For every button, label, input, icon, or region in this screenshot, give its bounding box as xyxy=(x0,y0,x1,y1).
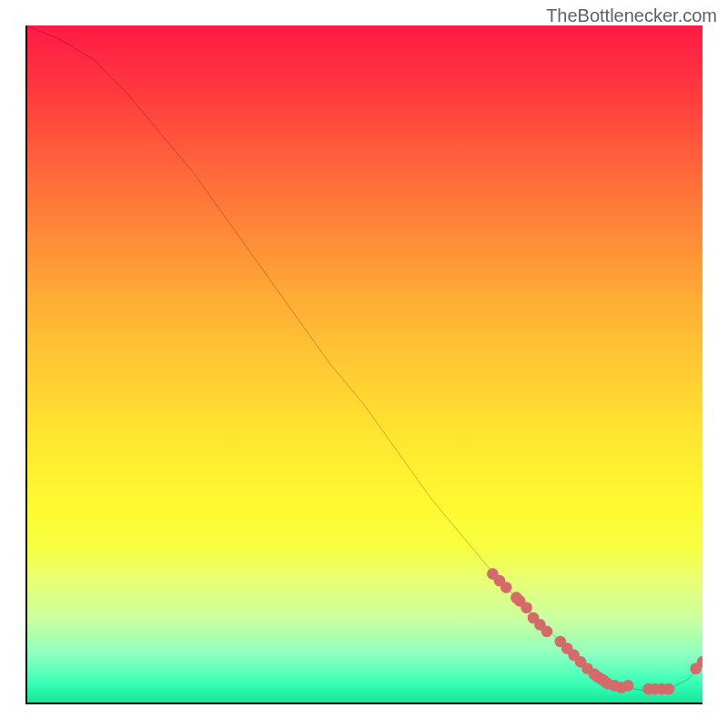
x-axis xyxy=(25,703,703,704)
chart-background xyxy=(25,25,703,703)
watermark-text: TheBottlenecker.com xyxy=(546,5,717,26)
y-axis xyxy=(25,25,27,703)
